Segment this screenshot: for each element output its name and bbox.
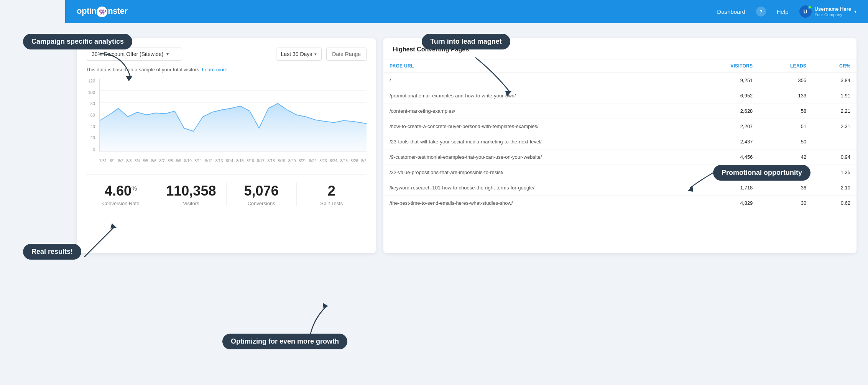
chart-x-labels: 7/31 8/1 8/2 8/3 8/4 8/5 8/6 8/7 8/8 8/9… [99, 159, 367, 163]
table-cell-url: /23-tools-that-will-take-your-social-med… [383, 134, 694, 150]
y-label: 80 [90, 101, 95, 106]
stat-label: Conversion Rate [94, 201, 148, 206]
table-cell-cr: 0.94 [812, 150, 856, 165]
stat-label: Split Tests [304, 201, 359, 206]
svg-marker-10 [323, 303, 328, 309]
table-row: /how-to-create-a-concrete-buyer-persona-… [383, 119, 856, 134]
table-cell-leads: 36 [759, 180, 812, 196]
chevron-down-icon: ▾ [166, 51, 169, 57]
table-cell-url: /the-best-time-to-send-emails-heres-what… [383, 196, 694, 211]
table-cell-leads: 51 [759, 119, 812, 134]
help-icon[interactable]: ? [756, 7, 766, 16]
stat-value: 4.60% [94, 183, 148, 199]
table-row: /9-customer-testimonial-examples-that-yo… [383, 150, 856, 165]
table-row: /content-marketing-examples/ 2,628 58 2.… [383, 104, 856, 119]
table-cell-leads: 42 [759, 150, 812, 165]
callout-lead-magnet: Turn into lead magnet [422, 34, 510, 49]
nav-company: Your Company [815, 12, 851, 17]
user-info: Username Here Your Company [815, 6, 851, 17]
stat-value: 5,076 [234, 183, 289, 199]
table-cell-cr [812, 134, 856, 150]
table-cell-visitors: 2,437 [694, 134, 759, 150]
user-menu[interactable]: U Username Here Your Company ▾ [799, 5, 856, 18]
table-cell-leads: 50 [759, 134, 812, 150]
navbar: optin👾nster Dashboard ? Help U Username … [65, 0, 868, 23]
callout-campaign: Campaign specific analytics [23, 34, 132, 49]
table-cell-leads: 30 [759, 196, 812, 211]
logo-monster-icon: 👾 [97, 7, 107, 17]
stat-value: 110,358 [164, 183, 218, 199]
chart-container: 120 100 80 60 40 20 0 [86, 79, 367, 163]
col-leads: Leads [759, 59, 812, 73]
analytics-panel: 30% Discount Offer (Sitewide) ▾ Last 30 … [77, 38, 376, 253]
callout-promo: Promotional opportunity [713, 165, 810, 181]
table-cell-leads: 58 [759, 104, 812, 119]
table-cell-url: /promotional-email-examples-and-how-to-w… [383, 88, 694, 104]
nav-username: Username Here [815, 6, 851, 13]
callout-optimize: Optimizing for even more growth [222, 334, 347, 349]
stat-conversions: 5,076 Conversions [227, 183, 297, 206]
nav-logo: optin👾nster [77, 6, 128, 17]
table-row: /23-tools-that-will-take-your-social-med… [383, 134, 856, 150]
table-cell-visitors: 4,456 [694, 150, 759, 165]
table-cell-url: /how-to-create-a-concrete-buyer-persona-… [383, 119, 694, 134]
table-cell-url: /content-marketing-examples/ [383, 104, 694, 119]
stat-label: Visitors [164, 201, 218, 206]
callout-real-results: Real results! [23, 244, 81, 260]
table-row: / 9,251 355 3.84 [383, 73, 856, 88]
col-visitors: Visitors [694, 59, 759, 73]
dashboard-link[interactable]: Dashboard [717, 8, 745, 15]
main-content: 30% Discount Offer (Sitewide) ▾ Last 30 … [65, 27, 868, 265]
table-cell-visitors: 4,829 [694, 196, 759, 211]
table-cell-visitors: 9,251 [694, 73, 759, 88]
filter-bar: 30% Discount Offer (Sitewide) ▾ Last 30 … [86, 48, 367, 61]
table-cell-visitors: 6,952 [694, 88, 759, 104]
learn-more-link[interactable]: Learn more. [202, 67, 229, 72]
col-page-url: Page URL [383, 59, 694, 73]
stat-conversion-rate: 4.60% Conversion Rate [86, 183, 156, 206]
date-filter[interactable]: Last 30 Days ▾ [276, 48, 322, 61]
table-cell-cr: 0.62 [812, 196, 856, 211]
y-label: 0 [93, 147, 95, 151]
y-label: 120 [88, 79, 95, 83]
avatar: U [799, 5, 812, 18]
table-cell-url: /9-customer-testimonial-examples-that-yo… [383, 150, 694, 165]
table-cell-leads: 133 [759, 88, 812, 104]
arrow-optimize [291, 299, 330, 337]
table-panel: Highest Converting Pages Page URL Visito… [383, 38, 856, 253]
table-header-row: Page URL Visitors Leads CR% [383, 59, 856, 73]
data-note: This data is based on a sample of your t… [86, 67, 367, 72]
table-cell-cr: 3.84 [812, 73, 856, 88]
table-row: /promotional-email-examples-and-how-to-w… [383, 88, 856, 104]
help-link[interactable]: Help [777, 8, 789, 15]
table-cell-visitors: 2,628 [694, 104, 759, 119]
chart-area [99, 79, 367, 151]
table-cell-url: /keyword-research-101-how-to-choose-the-… [383, 180, 694, 196]
stat-split-tests: 2 Split Tests [297, 183, 367, 206]
date-filter-label: Last 30 Days [281, 51, 312, 57]
date-range-button[interactable]: Date Range [326, 48, 367, 61]
data-table: Page URL Visitors Leads CR% / 9,251 355 … [383, 59, 856, 211]
table-cell-visitors: 1,718 [694, 180, 759, 196]
campaign-select[interactable]: 30% Discount Offer (Sitewide) ▾ [86, 48, 182, 61]
table-cell-visitors: 2,207 [694, 119, 759, 134]
stat-sup: % [132, 185, 137, 192]
table-cell-cr: 1.35 [812, 165, 856, 180]
table-cell-url: / [383, 73, 694, 88]
logo-text: optin👾nster [77, 6, 128, 17]
y-label: 40 [90, 124, 95, 129]
table-row: /keyword-research-101-how-to-choose-the-… [383, 180, 856, 196]
table-cell-cr: 2.21 [812, 104, 856, 119]
stat-visitors: 110,358 Visitors [156, 183, 226, 206]
chevron-down-icon: ▾ [314, 52, 317, 57]
y-label: 60 [90, 113, 95, 117]
table-cell-cr: 2.31 [812, 119, 856, 134]
stat-label: Conversions [234, 201, 289, 206]
online-indicator [808, 5, 812, 9]
col-cr: CR% [812, 59, 856, 73]
y-label: 20 [90, 135, 95, 140]
table-cell-url: /32-value-propositions-that-are-impossib… [383, 165, 694, 180]
campaign-select-label: 30% Discount Offer (Sitewide) [92, 51, 163, 57]
table-cell-leads: 355 [759, 73, 812, 88]
table-cell-cr: 2.10 [812, 180, 856, 196]
